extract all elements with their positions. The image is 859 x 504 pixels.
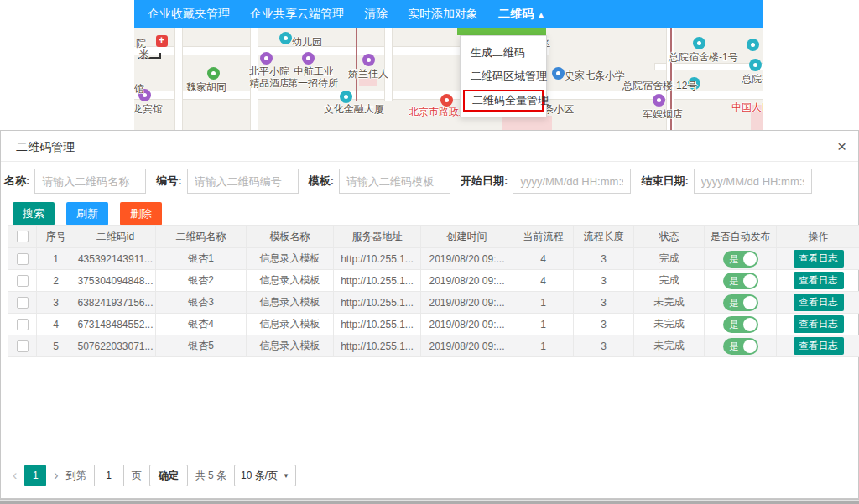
cell-template: 信息录入模板 — [247, 270, 334, 292]
row-checkbox[interactable] — [17, 275, 29, 287]
close-icon[interactable]: × — [837, 131, 846, 162]
column-header: 创建时间 — [421, 226, 513, 248]
select-all-checkbox[interactable] — [17, 231, 29, 242]
cell-created: 2019/08/20 09:... — [421, 270, 513, 292]
auto-publish-toggle[interactable]: 是 — [723, 273, 758, 289]
cell-length: 3 — [574, 314, 634, 335]
poi-icon — [362, 54, 375, 66]
start-date-input[interactable] — [513, 169, 631, 194]
top-navbar: 企业收藏夹管理 企业共享云端管理 清除 实时添加对象 二维码▲ — [134, 0, 763, 28]
confirm-page-button[interactable]: 确定 — [149, 465, 188, 486]
template-filter-input[interactable] — [339, 169, 450, 194]
goto-page-label: 到第 — [66, 469, 86, 483]
template-filter-label: 模板: — [309, 174, 334, 189]
cell-status: 完成 — [634, 248, 705, 270]
map-poi-label: 文化金融大厦 — [324, 102, 384, 117]
auto-publish-toggle[interactable]: 是 — [723, 251, 758, 268]
auto-publish-toggle[interactable]: 是 — [723, 338, 758, 355]
view-log-button[interactable]: 查看日志 — [794, 337, 844, 355]
column-header: 二维码名称 — [156, 226, 247, 248]
map-poi-label: 米 — [139, 48, 149, 62]
name-filter-input[interactable] — [34, 169, 146, 194]
map-poi-label: 总院宿舍 — [742, 72, 763, 86]
prev-page-arrow-icon[interactable]: ‹ — [13, 465, 17, 486]
goto-page-input[interactable] — [94, 465, 124, 486]
map-road — [384, 28, 393, 101]
poi-icon — [260, 52, 273, 65]
cell-seq: 3 — [37, 292, 75, 314]
hospital-icon — [156, 35, 168, 47]
nav-item-clear[interactable]: 清除 — [364, 7, 388, 22]
end-date-filter-label: 结束日期: — [641, 174, 688, 189]
page-size-select[interactable]: 10 条/页 ▼ — [234, 465, 296, 486]
column-header: 序号 — [37, 226, 75, 248]
column-header: 二维码id — [75, 226, 156, 248]
map-poi-label: 总院宿舍楼-1号 — [669, 50, 738, 65]
cell-name: 银杏3 — [156, 292, 247, 314]
row-checkbox[interactable] — [17, 253, 29, 265]
auto-publish-toggle[interactable]: 是 — [723, 316, 758, 333]
cell-server: http://10.255.1... — [334, 270, 421, 292]
cell-current: 1 — [513, 314, 574, 335]
cell-created: 2019/08/20 09:... — [421, 248, 513, 270]
cell-created: 2019/08/20 09:... — [421, 335, 513, 357]
cell-template: 信息录入模板 — [247, 292, 334, 314]
row-checkbox[interactable] — [17, 319, 29, 330]
row-checkbox[interactable] — [17, 340, 29, 352]
map-poi-label: 幼儿园 — [292, 35, 322, 49]
cell-id: 435392143911... — [75, 248, 156, 270]
menu-item-qrcode-region-management[interactable]: 二维码区域管理 — [461, 65, 546, 88]
nav-item-enterprise-favorites[interactable]: 企业收藏夹管理 — [148, 7, 230, 22]
cell-status: 未完成 — [634, 335, 705, 357]
cell-id: 375304094848... — [75, 270, 156, 292]
map-road — [174, 28, 183, 130]
start-date-filter-label: 开始日期: — [461, 174, 508, 189]
view-log-button[interactable]: 查看日志 — [794, 272, 844, 289]
nav-item-qrcode[interactable]: 二维码▲ — [498, 7, 545, 22]
screen: 企业收藏夹管理 企业共享云端管理 清除 实时添加对象 二维码▲ — [0, 0, 859, 504]
delete-button[interactable]: 删除 — [120, 202, 162, 226]
row-checkbox[interactable] — [17, 297, 29, 309]
code-filter-input[interactable] — [187, 169, 299, 194]
toggle-label: 是 — [730, 319, 739, 330]
cell-id: 673148484552... — [75, 314, 156, 335]
menu-item-qrcode-full-management[interactable]: 二维码全量管理 — [463, 90, 544, 112]
nav-item-realtime-add[interactable]: 实时添加对象 — [408, 7, 478, 22]
cell-id: 638241937156... — [75, 292, 156, 314]
toggle-label: 是 — [730, 297, 739, 309]
search-button[interactable]: 搜索 — [13, 202, 55, 226]
scrollbar-thumb[interactable] — [0, 501, 859, 504]
cell-length: 3 — [574, 335, 634, 357]
column-header: 流程长度 — [574, 226, 634, 248]
cell-template: 信息录入模板 — [247, 335, 334, 357]
cell-server: http://10.255.1... — [334, 314, 421, 335]
map-poi-label: 龙宾馆 — [134, 102, 163, 117]
next-page-arrow-icon[interactable]: › — [54, 465, 58, 486]
end-date-input[interactable] — [694, 169, 812, 194]
refresh-button[interactable]: 刷新 — [66, 202, 108, 226]
map-poi-label: 中国人民 — [731, 101, 763, 115]
view-log-button[interactable]: 查看日志 — [794, 250, 844, 268]
name-filter-label: 名称: — [4, 174, 29, 189]
toggle-label: 是 — [730, 275, 739, 287]
view-log-button[interactable]: 查看日志 — [794, 315, 844, 333]
poi-icon — [693, 37, 705, 49]
nav-item-enterprise-cloud[interactable]: 企业共享云端管理 — [250, 7, 344, 22]
auto-publish-toggle[interactable]: 是 — [723, 294, 758, 311]
poi-icon — [552, 67, 565, 80]
cell-status: 未完成 — [634, 292, 705, 314]
view-log-button[interactable]: 查看日志 — [794, 294, 844, 311]
code-filter-label: 编号: — [156, 174, 181, 189]
table-row: 1 435392143911... 银杏1 信息录入模板 http://10.2… — [8, 248, 859, 270]
page-size-value: 10 条/页 — [241, 469, 278, 483]
qrcode-dropdown-menu: 生成二维码 二维码区域管理 二维码全量管理 — [460, 35, 547, 117]
cell-template: 信息录入模板 — [247, 248, 334, 270]
horizontal-scrollbar[interactable] — [0, 499, 859, 504]
column-header: 操作 — [777, 226, 859, 248]
map-poi-label: 娇兰佳人 — [348, 67, 388, 81]
map-canvas[interactable]: 院 米 馆 龙宾馆 魏家胡同 幼儿园 北平小院 精品酒店 中航工业 第一招待所 … — [134, 28, 763, 130]
map-boundary-line — [356, 28, 357, 101]
menu-item-generate-qrcode[interactable]: 生成二维码 — [461, 41, 546, 65]
current-page-button[interactable]: 1 — [24, 465, 46, 486]
pagination-bar: ‹ 1 › 到第 页 确定 共 5 条 10 条/页 ▼ — [13, 465, 296, 486]
